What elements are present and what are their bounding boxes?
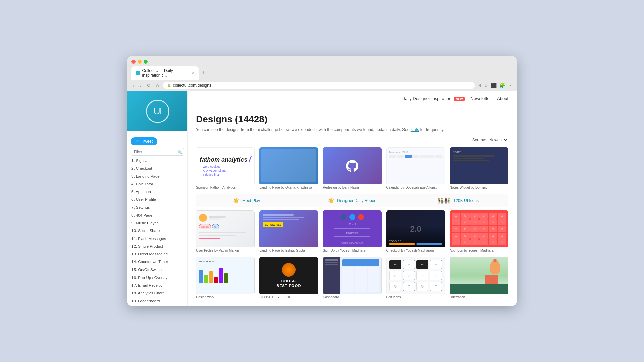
minimize-button[interactable] — [138, 60, 142, 64]
sidebar-item-8[interactable]: 8. 404 Page — [127, 212, 187, 219]
card-checkout-yogesh[interactable]: ROBO 2.0 2.0 Checkou — [386, 210, 445, 254]
card-appicon-yogesh[interactable]: ◻ ◻ ◻ ◻ ◻ ◻ ◻ ◻ ◻ ◻ ◻ ◻ — [450, 210, 508, 254]
sidebar-item-13[interactable]: 13. Direct Messaging — [127, 250, 187, 258]
promo-report[interactable]: 👋 Designer Daily Report — [302, 197, 402, 204]
card-label: Notes Widget by Dominic — [450, 184, 508, 191]
edit-icon-link4: ⌐ — [430, 271, 442, 280]
card-landing-eshita[interactable]: GET STARTED Landing Page by Eshita Gupta — [259, 210, 318, 254]
sidebar-item-7[interactable]: 7. Settings — [127, 204, 187, 212]
promo-row: 👋 Meet Play 👋 Designer Daily Report 👫👫 1… — [196, 194, 508, 207]
card-profile-vadim[interactable]: Design UI User Profile by Vadim Markin — [196, 210, 255, 254]
twitter-icon — [349, 214, 355, 220]
sidebar-item-3[interactable]: 3. Landing Page — [127, 173, 187, 180]
sidebar-item-16[interactable]: 16. Pop-Up / Overlay — [127, 274, 187, 282]
sidebar-item-1[interactable]: 1. Sign Up — [127, 157, 187, 165]
menu-icon[interactable]: ⋮ — [508, 83, 513, 88]
back-button[interactable]: ‹ — [131, 82, 136, 89]
card-dashboard[interactable]: Dashboard — [323, 257, 381, 300]
card-label: Calendar by Dogacan Ege Altunsu — [386, 184, 445, 191]
sort-row: Sort by: Newest — [196, 137, 508, 143]
maximize-button[interactable] — [144, 60, 148, 64]
designs-subtitle: You can see the designs from the ui chal… — [196, 127, 508, 132]
promo-link-3[interactable]: 120K UI Icons — [453, 198, 479, 203]
thumb-checkout: ROBO 2.0 2.0 — [386, 210, 445, 247]
inspiration-label: Daily Designer Inspiration — [402, 96, 451, 101]
sidebar-item-19[interactable]: 19. Leaderboard — [127, 297, 187, 305]
thumb-notes: NOTES — [450, 147, 508, 184]
sidebar-item-6[interactable]: 6. User Profile — [127, 196, 187, 203]
card-redesign-dani[interactable]: Redesign by Dani Nasiri — [323, 147, 381, 191]
icon-cell: ◻ — [470, 219, 479, 225]
thumb-calendar: November 2017 — [386, 147, 445, 184]
icon-cell: ◻ — [498, 219, 506, 225]
stats-link[interactable]: stats — [411, 127, 419, 132]
icon-cell: ◻ — [470, 213, 479, 219]
twitter-icon: 🐦 — [136, 139, 141, 144]
card-notes[interactable]: NOTES Notes Widget by Dominic — [450, 147, 508, 191]
inspiration-link[interactable]: Daily Designer Inspiration NEW — [402, 96, 465, 101]
card-edit-icons[interactable]: ✏ ✏ ✏ ✏ ⌐ ⌐ ⌐ ⌐ ⬡ ⬡ ⬡ ⬡ — [386, 257, 445, 300]
designs-area: Designs (14428) You can see the designs … — [188, 106, 517, 300]
close-button[interactable] — [131, 60, 136, 64]
sort-select[interactable]: Newest — [488, 137, 508, 143]
card-illustration[interactable]: Illustration — [450, 257, 508, 300]
promo-play[interactable]: 👋 Meet Play — [196, 197, 297, 204]
sidebar-item-18[interactable]: 18. Analytics Chart — [127, 289, 187, 297]
card-label: CHOSE BEST FOOD — [259, 294, 318, 300]
card-label: App Icon by Yogesh Madharam — [450, 247, 508, 254]
sidebar-item-20[interactable]: 20. Location Tracker — [127, 305, 187, 306]
icon-cell: ◻ — [461, 213, 470, 219]
sidebar-item-5[interactable]: 5. App Icon — [127, 188, 187, 196]
icon-cell: ◻ — [489, 239, 497, 245]
icon-cell: ◻ — [461, 219, 470, 225]
sidebar-item-9[interactable]: 9. Music Player — [127, 219, 187, 227]
card-signup-yogesh[interactable]: Email Password Create New Account Sign U… — [323, 210, 381, 254]
sidebar-item-14[interactable]: 14. Countdown Timer — [127, 258, 187, 266]
promo-link-1[interactable]: Meet Play — [242, 198, 260, 203]
thumb-github — [323, 147, 381, 184]
puzzle-icon[interactable]: 🧩 — [499, 83, 505, 88]
card-food[interactable]: CHOSEBEST FOOD CHOSE BEST FOOD — [259, 257, 318, 300]
google-icon — [358, 214, 364, 220]
site-logo[interactable]: UI — [146, 100, 169, 123]
cast-icon[interactable]: ⊡ — [477, 83, 481, 88]
card-label: Edit Icons — [386, 294, 445, 300]
thumb-dashboard — [323, 257, 381, 294]
sidebar-item-12[interactable]: 12. Single Product — [127, 243, 187, 250]
promo-icons[interactable]: 👫👫 120K UI Icons — [408, 197, 508, 204]
active-tab[interactable]: Collect UI – Daily inspiration c... ✕ — [131, 66, 199, 80]
sort-label: Sort by: — [472, 138, 486, 142]
icon-cell: ◻ — [498, 239, 506, 245]
icon-cell: ◻ — [498, 226, 506, 232]
tab-close-button[interactable]: ✕ — [191, 71, 194, 75]
sidebar-item-11[interactable]: 11. Flash Messages — [127, 235, 187, 243]
about-link[interactable]: About — [497, 96, 508, 101]
card-fathom[interactable]: fathom analytics/ ✓ Zero cookies ✓ GDPR … — [196, 147, 255, 191]
promo-link-2[interactable]: Designer Daily Report — [337, 198, 376, 203]
screenshot-icon[interactable]: ⬛ — [491, 83, 497, 88]
browser-content: UI 🐦 Tweet 🔍 1. Sign Up2. Checkout3. Lan… — [127, 91, 517, 306]
sidebar-item-2[interactable]: 2. Checkout — [127, 165, 187, 172]
card-calendar[interactable]: November 2017 — [386, 147, 445, 191]
thumb-landing2: GET STARTED — [259, 210, 318, 247]
refresh-button[interactable]: ↻ — [145, 82, 152, 89]
newsletter-link[interactable]: Newsletter — [471, 96, 491, 101]
forward-button[interactable]: › — [139, 82, 143, 89]
home-button[interactable]: ⌂ — [155, 82, 160, 89]
sidebar-item-4[interactable]: 4. Calculator — [127, 180, 187, 188]
email-field — [334, 228, 371, 229]
tweet-button[interactable]: 🐦 Tweet — [131, 137, 157, 145]
new-tab-button[interactable]: + — [200, 70, 208, 77]
sidebar-item-17[interactable]: 17. Email Receipt — [127, 282, 187, 289]
card-landing-oxana[interactable]: Landing Page by Oxana Khazhieva — [259, 147, 318, 191]
card-design-work[interactable]: Design work — [196, 257, 255, 300]
filter-input[interactable] — [131, 148, 184, 156]
food-circle — [282, 263, 296, 277]
address-bar[interactable]: 🔒 collectui.com/designs — [163, 82, 475, 89]
edit-icon-link: ⌐ — [389, 271, 401, 280]
sidebar-item-15[interactable]: 15. On/Off Switch — [127, 266, 187, 274]
icon-cell: ◻ — [470, 233, 479, 239]
nav-items-container: 1. Sign Up2. Checkout3. Landing Page4. C… — [127, 157, 187, 306]
sidebar-item-10[interactable]: 10. Social Share — [127, 227, 187, 235]
bookmark-icon[interactable]: ☆ — [484, 83, 488, 88]
